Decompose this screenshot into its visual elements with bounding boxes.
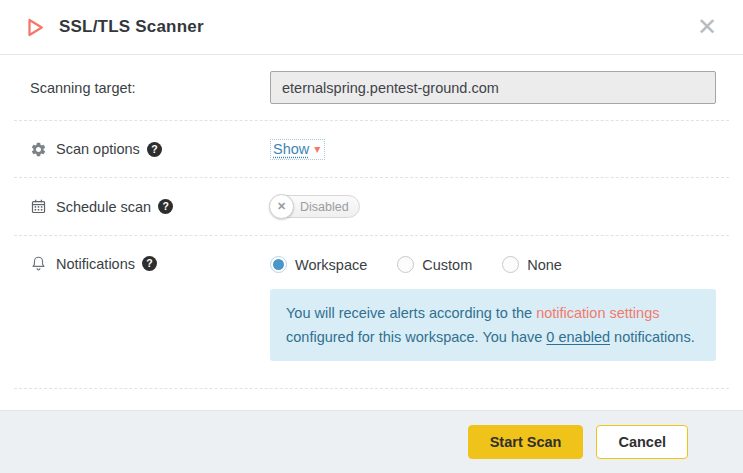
- scanning-target-label-col: Scanning target:: [30, 80, 270, 96]
- info-text: You will receive alerts according to the: [286, 305, 536, 321]
- radio-workspace[interactable]: Workspace: [270, 256, 367, 273]
- start-scan-button[interactable]: Start Scan: [468, 425, 584, 459]
- toggle-state-label: Disabled: [300, 200, 349, 214]
- scanning-target-content: [270, 71, 716, 104]
- help-icon[interactable]: ?: [158, 199, 173, 214]
- radio-none-label: None: [527, 257, 562, 273]
- modal-header: SSL/TLS Scanner ✕: [0, 0, 743, 55]
- radio-none[interactable]: None: [502, 256, 562, 273]
- ssl-tls-scanner-modal: SSL/TLS Scanner ✕ Scanning target: Scan: [0, 0, 743, 473]
- scanning-target-label: Scanning target:: [30, 80, 136, 96]
- notification-settings-link[interactable]: notification settings: [536, 305, 659, 321]
- scanning-target-row: Scanning target:: [0, 55, 743, 120]
- schedule-scan-label-col: Schedule scan ?: [30, 198, 270, 215]
- radio-circle: [270, 256, 287, 273]
- play-icon: [22, 15, 47, 40]
- schedule-scan-label: Schedule scan: [56, 199, 151, 215]
- scan-options-show-wrap: Show ▾: [270, 139, 325, 160]
- help-icon[interactable]: ?: [142, 256, 157, 271]
- notifications-info-box: You will receive alerts according to the…: [270, 289, 716, 361]
- notifications-label-col: Notifications ?: [30, 255, 270, 272]
- scan-options-label-col: Scan options ?: [30, 141, 270, 158]
- scan-options-label: Scan options: [56, 141, 140, 157]
- enabled-notifications-link[interactable]: 0 enabled: [546, 329, 610, 345]
- radio-custom-label: Custom: [422, 257, 472, 273]
- bell-icon: [30, 255, 47, 272]
- divider: [14, 388, 729, 389]
- chevron-down-icon[interactable]: ▾: [314, 142, 320, 156]
- radio-custom[interactable]: Custom: [397, 256, 472, 273]
- schedule-scan-row: Schedule scan ? ✕ Disabled: [0, 178, 743, 235]
- radio-circle: [502, 256, 519, 273]
- scanning-target-input[interactable]: [270, 71, 716, 104]
- scan-options-row: Scan options ? Show ▾: [0, 121, 743, 177]
- schedule-toggle[interactable]: ✕ Disabled: [270, 195, 360, 218]
- radio-workspace-label: Workspace: [295, 257, 367, 273]
- notifications-content: Workspace Custom None You will receive a…: [270, 253, 716, 361]
- info-text: notifications.: [610, 329, 695, 345]
- schedule-scan-content: ✕ Disabled: [270, 195, 716, 218]
- help-icon[interactable]: ?: [147, 142, 162, 157]
- scan-options-show-link[interactable]: Show: [273, 141, 309, 157]
- scan-options-content: Show ▾: [270, 139, 716, 160]
- toggle-x-icon: ✕: [269, 194, 294, 219]
- info-text: configured for this workspace. You have: [286, 329, 546, 345]
- modal-title: SSL/TLS Scanner: [59, 17, 204, 37]
- calendar-icon: [30, 198, 47, 215]
- modal-body: Scanning target: Scan options ? Show: [0, 55, 743, 410]
- notifications-radio-group: Workspace Custom None: [270, 256, 716, 273]
- notifications-row: Notifications ? Workspace Custom None: [0, 236, 743, 388]
- radio-circle: [397, 256, 414, 273]
- gear-icon: [30, 141, 47, 158]
- close-icon[interactable]: ✕: [693, 13, 721, 41]
- notifications-label: Notifications: [56, 256, 135, 272]
- cancel-button[interactable]: Cancel: [596, 425, 688, 459]
- modal-footer: Start Scan Cancel: [0, 410, 743, 473]
